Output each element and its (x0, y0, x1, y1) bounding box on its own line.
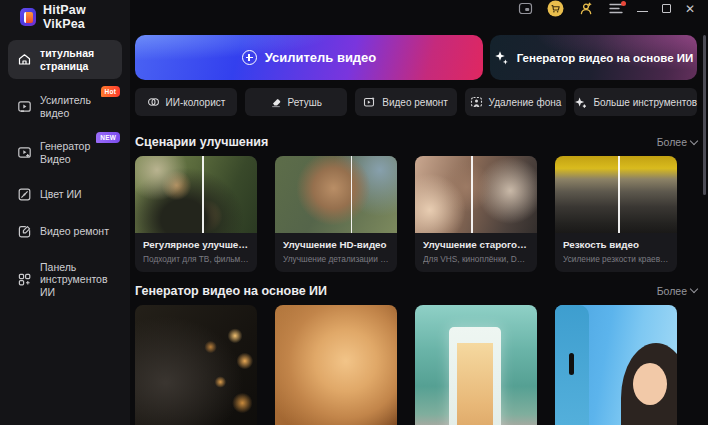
video-repair-small-icon (363, 96, 376, 108)
home-icon (16, 52, 32, 68)
sidebar-item-generator[interactable]: Генератор ВидеоNEW (8, 134, 122, 171)
video-generator-icon (16, 145, 32, 161)
card-thumbnail (555, 156, 677, 233)
generator-section-header: Генератор видео на основе ИИ Более (135, 284, 697, 298)
colorist-icon (147, 96, 160, 108)
banner-label: Генератор видео на основе ИИ (517, 52, 694, 64)
card-title: Регулярное улучшение видео (143, 239, 249, 250)
sidebar-item-ai-toolkit[interactable]: Панель инструментов ИИ (8, 255, 122, 305)
generator-more-link[interactable]: Более (657, 285, 697, 297)
new-badge: NEW (96, 132, 120, 143)
scrollbar[interactable] (703, 35, 706, 195)
card-knight-video[interactable] (135, 305, 257, 425)
ai-color-icon (16, 187, 32, 203)
sparkle-icon (494, 50, 509, 65)
phone-booth-graphic (449, 327, 501, 425)
sidebar-item-label: Генератор ВидеоNEW (40, 140, 116, 165)
card-old-video-enhance[interactable]: Улучшение старого видео Для VHS, киноплё… (415, 156, 537, 272)
sidebar-item-video-repair[interactable]: Видео ремонт (8, 218, 122, 246)
quick-tools-row: ИИ-колорист Ретушь Видео ремонт Удаление… (135, 88, 697, 116)
sidebar-nav: титульная страница Усилитель видеоHot Ге… (8, 40, 122, 304)
card-girl-video[interactable] (555, 305, 677, 425)
ai-toolkit-icon (16, 271, 32, 287)
more-tools-button[interactable]: Больше инструментов (574, 88, 697, 116)
card-thumbnail (135, 156, 257, 233)
hot-badge: Hot (101, 86, 120, 97)
sidebar-item-label: Усилитель видеоHot (40, 94, 116, 119)
person-frame-icon (470, 96, 483, 108)
card-video-sharpness[interactable]: Резкость видео Усиление резкости краев, … (555, 156, 677, 272)
background-removal-button[interactable]: Удаление фона (465, 88, 567, 116)
app-window: HitPaw VikPea титульная страница Усилите… (0, 0, 708, 425)
sidebar-item-label: Панель инструментов ИИ (40, 261, 116, 299)
eraser-icon (270, 96, 282, 108)
sidebar-item-label: титульная страница (40, 47, 116, 72)
account-icon[interactable] (578, 0, 595, 17)
banner-row: Усилитель видео Генератор видео на основ… (135, 35, 697, 80)
sidebar-item-enhancer[interactable]: Усилитель видеоHot (8, 88, 122, 125)
chevron-down-icon (690, 285, 698, 293)
plus-circle-icon (242, 50, 257, 65)
card-subtitle: Улучшение детализации в HD-видео (283, 254, 389, 264)
maximize-button[interactable] (662, 4, 671, 13)
video-repair-button[interactable]: Видео ремонт (355, 88, 457, 116)
card-subtitle: Усиление резкости краев, повышен... (563, 254, 669, 264)
section-title: Генератор видео на основе ИИ (135, 284, 327, 298)
video-enhancer-banner[interactable]: Усилитель видео (135, 35, 483, 80)
card-subtitle: Для VHS, киноплёнки, DV и др. (423, 254, 529, 264)
section-title: Сценарии улучшения (135, 135, 268, 149)
card-title: Резкость видео (563, 239, 669, 250)
menu-icon[interactable] (609, 3, 623, 14)
app-logo: HitPaw VikPea (8, 0, 122, 34)
sidebar: HitPaw VikPea титульная страница Усилите… (0, 0, 130, 425)
minimize-button[interactable] (637, 6, 648, 12)
card-subtitle: Подходит для ТВ, фильмов, DVD и т... (143, 254, 249, 264)
banner-label: Усилитель видео (265, 50, 377, 65)
card-phonebooth-video[interactable] (415, 305, 537, 425)
notification-dot (621, 1, 626, 6)
card-thumbnail (415, 156, 537, 233)
titlebar: ✕ (130, 0, 708, 17)
sidebar-item-label: Видео ремонт (40, 225, 109, 238)
card-title: Улучшение старого видео (423, 239, 529, 250)
enhance-cards-row: Регулярное улучшение видео Подходит для … (135, 156, 697, 272)
card-lion-video[interactable] (275, 305, 397, 425)
surfboard-graphic (555, 305, 589, 425)
main-content: Усилитель видео Генератор видео на основ… (130, 17, 708, 425)
card-title: Улучшение HD-видео (283, 239, 389, 250)
close-button[interactable]: ✕ (685, 3, 695, 15)
enhance-more-link[interactable]: Более (657, 136, 697, 148)
hitpaw-logo-icon (20, 8, 36, 26)
card-regular-enhance[interactable]: Регулярное улучшение видео Подходит для … (135, 156, 257, 272)
ai-video-generator-banner[interactable]: Генератор видео на основе ИИ (490, 35, 697, 80)
generator-cards-row (135, 305, 697, 425)
star-plus-icon (574, 96, 587, 109)
sidebar-item-home[interactable]: титульная страница (8, 40, 122, 79)
enhance-section-header: Сценарии улучшения Более (135, 135, 697, 149)
retouch-button[interactable]: Ретушь (245, 88, 347, 116)
card-hd-enhance[interactable]: Улучшение HD-видео Улучшение детализации… (275, 156, 397, 272)
video-repair-icon (16, 224, 32, 240)
video-enhancer-icon (16, 99, 32, 115)
sidebar-item-ai-color[interactable]: Цвет ИИ (8, 181, 122, 209)
mini-window-icon[interactable] (518, 2, 533, 15)
content-column: ✕ Усилитель видео Генератор видео на осн… (130, 0, 708, 425)
ai-colorist-button[interactable]: ИИ-колорист (135, 88, 237, 116)
chevron-down-icon (690, 136, 698, 144)
card-thumbnail (275, 156, 397, 233)
store-icon[interactable] (547, 0, 564, 17)
sidebar-item-label: Цвет ИИ (40, 188, 82, 201)
app-title: HitPaw VikPea (43, 3, 122, 31)
